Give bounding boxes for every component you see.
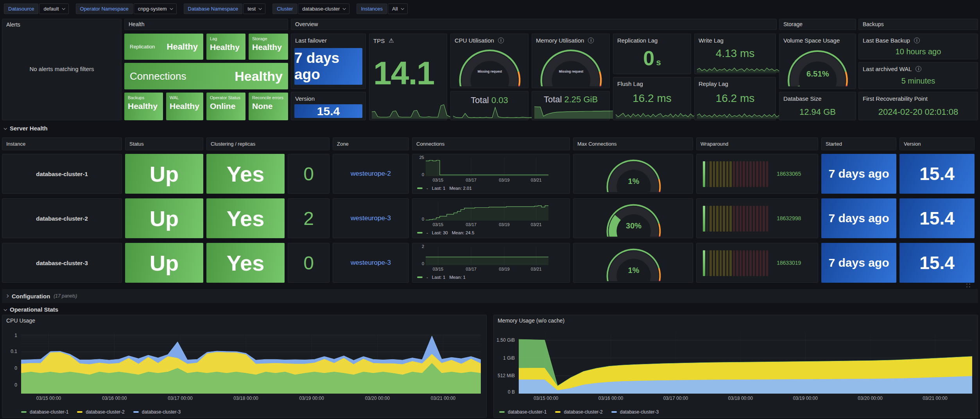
- series-marker: [417, 232, 423, 234]
- health-operator-tile: Operator Status Online: [206, 93, 245, 120]
- memory-x-axis: 03/15 00:0003/16 00:0003/17 00:0003/18 0…: [519, 396, 972, 402]
- legend-item[interactable]: database-cluster-1: [21, 409, 68, 415]
- mini-legend[interactable]: -Last: 30Mean: 24.5: [417, 230, 474, 235]
- info-icon[interactable]: i: [916, 66, 921, 72]
- section-configuration-strip[interactable]: Configuration (17 panels): [2, 289, 978, 303]
- first-recoverability-title[interactable]: First Recoverability Point: [859, 92, 978, 105]
- tps-title[interactable]: TPS⚠: [369, 34, 447, 47]
- memory-utilisation-gauge: Missing request: [537, 46, 606, 86]
- max-connections-gauge: 1%: [603, 245, 664, 281]
- last-base-backup-title[interactable]: Last Base Backupi: [859, 34, 978, 47]
- flush-lag-value: 16.2 ms: [613, 92, 691, 105]
- connections-mini-chart[interactable]: [426, 246, 548, 265]
- info-icon[interactable]: i: [498, 37, 504, 43]
- zone-link[interactable]: westeurope-3: [351, 259, 391, 267]
- last-failover-title[interactable]: Last failover: [291, 34, 365, 47]
- cpu-utilisation-title[interactable]: CPU Utilisationi: [451, 34, 528, 47]
- chevron-down-icon: [4, 308, 7, 311]
- legend-item[interactable]: database-cluster-3: [611, 409, 659, 415]
- write-lag-title[interactable]: Write Lag: [695, 34, 776, 47]
- memory-usage-panel: Memory Usage (w/o cache) 1.50 GiB1 GiB51…: [493, 315, 978, 418]
- replay-lag-value: 16.2 ms: [695, 92, 776, 105]
- replicas-cell: 2: [288, 198, 330, 238]
- col-header-zone: Zone: [333, 137, 409, 150]
- alerts-panel: Alerts No alerts matching filters: [2, 19, 122, 120]
- legend-item[interactable]: database-cluster-2: [555, 409, 602, 415]
- health-connections-label: Connections: [130, 70, 186, 82]
- var-cluster-label: Cluster: [272, 4, 297, 14]
- version-tile: 15.4: [899, 243, 975, 283]
- legend-item[interactable]: database-cluster-3: [133, 409, 181, 415]
- replay-lag-title[interactable]: Replay Lag: [695, 77, 776, 90]
- wraparound-value: 18633065: [777, 171, 801, 177]
- cpu-legend: database-cluster-1 database-cluster-2 da…: [21, 409, 181, 415]
- legend-item[interactable]: database-cluster-2: [77, 409, 124, 415]
- var-database-namespace-select[interactable]: test: [243, 4, 265, 14]
- info-icon[interactable]: i: [588, 37, 594, 43]
- zone-link[interactable]: westeurope-2: [351, 170, 391, 178]
- flush-lag-panel: Flush Lag 16.2 ms: [613, 77, 691, 120]
- wraparound-bargauge: [703, 206, 768, 232]
- max-connections-cell: 30%: [573, 198, 693, 238]
- chevron-down-icon: [170, 7, 173, 10]
- col-header-wraparound: Wraparound: [696, 137, 818, 150]
- var-operator-namespace-select[interactable]: cnpg-system: [134, 4, 177, 14]
- max-connections-gauge: 30%: [603, 201, 664, 237]
- version-title[interactable]: Version: [291, 92, 365, 105]
- alerts-panel-title[interactable]: Alerts: [2, 19, 121, 30]
- svg-text:1%: 1%: [628, 266, 640, 275]
- volume-space-title[interactable]: Volume Space Usage: [779, 34, 856, 47]
- health-reconcile-label: Reconcile errors: [252, 95, 285, 100]
- chevron-right-icon: [5, 294, 9, 298]
- warning-icon[interactable]: ⚠: [389, 37, 394, 44]
- section-operational-stats[interactable]: Operational Stats: [4, 306, 58, 313]
- chevron-down-icon: [62, 7, 65, 10]
- memory-utilisation-title[interactable]: Memory Utilisationi: [532, 34, 609, 47]
- database-size-title[interactable]: Database Size: [779, 92, 856, 105]
- cpu-total-value: 0.03: [491, 95, 508, 105]
- memory-usage-title[interactable]: Memory Usage (w/o cache): [494, 315, 978, 326]
- flush-lag-title[interactable]: Flush Lag: [613, 77, 691, 90]
- overview-panel-title[interactable]: Overview: [291, 19, 777, 30]
- series-marker: [417, 276, 423, 278]
- info-icon[interactable]: i: [914, 37, 920, 43]
- var-cluster: Cluster database-cluster: [272, 4, 349, 14]
- mini-legend[interactable]: -Last: 1Mean: 2.01: [417, 186, 472, 191]
- zone-link[interactable]: westeurope-3: [351, 214, 391, 222]
- var-instances-select[interactable]: All: [388, 4, 407, 14]
- memory-utilisation-panel: Memory Utilisationi Missing request: [532, 34, 610, 88]
- backups-panel-title[interactable]: Backups: [858, 19, 978, 30]
- health-lag-value: Healthy: [210, 43, 242, 52]
- health-replication-value: Healthy: [167, 42, 198, 52]
- volume-space-panel: Volume Space Usage 6.51%: [779, 34, 856, 89]
- zone-cell: westeurope-3: [333, 243, 409, 283]
- cpu-usage-title[interactable]: CPU Usage: [2, 315, 486, 326]
- health-replication-label: Replication: [130, 44, 155, 50]
- last-archived-wal-title[interactable]: Last archived WALi: [859, 62, 978, 75]
- health-wal-value: Healthy: [170, 102, 200, 111]
- started-tile: 7 days ago: [821, 154, 896, 194]
- storage-panel-title[interactable]: Storage: [779, 19, 856, 30]
- volume-space-gauge: 6.51%: [785, 46, 851, 86]
- connections-cell: 0 03/1503/1703/1903/21 -Last: 30Mean: 24…: [412, 198, 570, 238]
- var-database-namespace: Database Namespace test: [184, 4, 266, 14]
- var-cluster-select[interactable]: database-cluster: [298, 4, 349, 14]
- memory-plot[interactable]: [519, 333, 972, 394]
- wraparound-value: 18633019: [777, 260, 801, 266]
- svg-text:Missing request: Missing request: [559, 70, 584, 73]
- replication-lag-title[interactable]: Replication Lag: [613, 34, 691, 47]
- svg-text:Missing request: Missing request: [478, 70, 502, 73]
- instance-cell: database-cluster-2: [2, 198, 122, 238]
- connections-mini-chart[interactable]: [426, 202, 548, 221]
- cpu-plot[interactable]: [21, 333, 481, 394]
- health-panel-title[interactable]: Health: [124, 19, 288, 30]
- mini-legend[interactable]: -Last: 1Mean: 1: [417, 275, 466, 280]
- connections-mini-chart[interactable]: [426, 157, 548, 176]
- svg-text:1%: 1%: [628, 177, 640, 185]
- cpu-usage-panel: CPU Usage 10.100 03/15 00:0003/16 00:000…: [2, 315, 487, 418]
- version-value: 15.4: [294, 104, 362, 118]
- section-server-health[interactable]: Server Health: [4, 125, 48, 132]
- legend-item[interactable]: database-cluster-1: [499, 409, 546, 415]
- var-datasource-select[interactable]: default: [39, 4, 68, 14]
- clustering-tile: Yes: [206, 243, 285, 283]
